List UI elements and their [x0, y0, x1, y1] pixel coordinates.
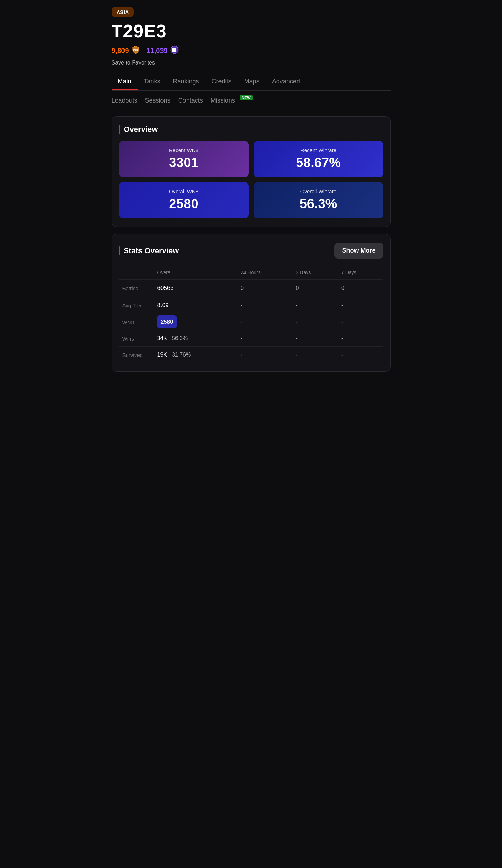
col-header-label: [119, 267, 154, 280]
row-h24-wn8: -: [237, 314, 292, 330]
shield-icon: WG: [131, 45, 140, 56]
row-d7-wins: -: [338, 330, 383, 347]
coin-icon: [170, 45, 179, 56]
tank-name: T29E3: [112, 21, 391, 41]
stat1-item: 9,809 WG: [112, 45, 140, 56]
row-d7-survived: -: [338, 347, 383, 363]
table-row: Survived 19K 31.76% - - -: [119, 347, 383, 363]
stat2-value: 11,039: [147, 47, 168, 55]
tab-missions[interactable]: Missions NEW: [211, 93, 251, 108]
recent-winrate-card: Recent Winrate 58.67%: [254, 141, 383, 177]
overall-wn8-value: 2580: [169, 196, 198, 211]
recent-winrate-label: Recent Winrate: [300, 147, 336, 153]
row-d7-battles: 0: [338, 280, 383, 297]
survived-value: 19K: [157, 352, 167, 358]
overall-winrate-card: Overall Winrate 56.3%: [254, 182, 383, 218]
wins-pct: 56.3%: [172, 335, 188, 342]
row-d3-wins: -: [292, 330, 338, 347]
row-d3-wn8: -: [292, 314, 338, 330]
stats-overview-title: Stats Overview: [119, 246, 179, 255]
overview-title-text: Overview: [124, 125, 158, 134]
show-more-button[interactable]: Show More: [334, 243, 383, 259]
red-bar-2-icon: [119, 246, 120, 255]
table-row: Battles 60563 0 0 0: [119, 280, 383, 297]
wins-value: 34K: [157, 335, 167, 342]
table-row: Avg Tier 8.09 - - -: [119, 297, 383, 314]
col-header-3d: 3 Days: [292, 267, 338, 280]
overall-winrate-value: 56.3%: [300, 196, 337, 211]
row-label-wn8: WN8: [119, 314, 154, 330]
tab-contacts[interactable]: Contacts: [178, 93, 211, 108]
row-d7-avgtier: -: [338, 297, 383, 314]
svg-text:WG: WG: [133, 48, 138, 52]
row-h24-battles: 0: [237, 280, 292, 297]
row-label-battles: Battles: [119, 280, 154, 297]
survived-pct: 31.76%: [172, 352, 191, 358]
overview-stats-grid: Recent WN8 3301 Recent Winrate 58.67% Ov…: [119, 141, 383, 218]
row-overall-wins: 34K 56.3%: [154, 330, 238, 347]
row-d3-avgtier: -: [292, 297, 338, 314]
row-overall-survived: 19K 31.76%: [154, 347, 238, 363]
row-h24-survived: -: [237, 347, 292, 363]
nav-tabs-secondary: Loadouts Sessions Contacts Missions NEW: [112, 93, 391, 108]
row-h24-wins: -: [237, 330, 292, 347]
overall-wn8-label: Overall WN8: [169, 188, 198, 194]
overview-card: Overview Recent WN8 3301 Recent Winrate …: [112, 116, 391, 227]
player-stats-row: 9,809 WG 11,039: [112, 45, 391, 56]
tab-loadouts[interactable]: Loadouts: [112, 93, 145, 108]
row-d3-survived: -: [292, 347, 338, 363]
stats-overview-header: Stats Overview Show More: [119, 243, 383, 259]
row-d7-wn8: -: [338, 314, 383, 330]
row-overall-avgtier: 8.09: [154, 297, 238, 314]
table-row: WN8 2580 - - -: [119, 314, 383, 330]
row-overall-wn8: 2580: [154, 314, 238, 330]
recent-wn8-card: Recent WN8 3301: [119, 141, 249, 177]
tab-rankings[interactable]: Rankings: [167, 74, 205, 90]
row-label-avgtier: Avg Tier: [119, 297, 154, 314]
tab-advanced[interactable]: Advanced: [266, 74, 306, 90]
tab-maps[interactable]: Maps: [238, 74, 266, 90]
stat2-item: 11,039: [147, 45, 179, 56]
recent-wn8-label: Recent WN8: [169, 147, 198, 153]
stats-overview-card: Stats Overview Show More Overall 24 Hour…: [112, 234, 391, 372]
region-label: ASIA: [112, 7, 134, 17]
red-bar-icon: [119, 125, 120, 134]
recent-wn8-value: 3301: [169, 155, 198, 170]
row-label-wins: Wins: [119, 330, 154, 347]
tab-credits[interactable]: Credits: [205, 74, 238, 90]
save-favorites[interactable]: Save to Favorites: [112, 60, 391, 66]
new-badge: NEW: [240, 95, 253, 100]
tab-main[interactable]: Main: [112, 74, 138, 90]
region-badge: ASIA: [112, 7, 391, 21]
stats-overview-title-text: Stats Overview: [124, 246, 179, 255]
tab-sessions[interactable]: Sessions: [145, 93, 178, 108]
overview-title: Overview: [119, 125, 383, 134]
row-overall-battles: 60563: [154, 280, 238, 297]
row-h24-avgtier: -: [237, 297, 292, 314]
table-row: Wins 34K 56.3% - - -: [119, 330, 383, 347]
row-d3-battles: 0: [292, 280, 338, 297]
nav-tabs-primary: Main Tanks Rankings Credits Maps Advance…: [112, 74, 391, 91]
col-header-24h: 24 Hours: [237, 267, 292, 280]
stat1-value: 9,809: [112, 47, 129, 55]
col-header-7d: 7 Days: [338, 267, 383, 280]
recent-winrate-value: 58.67%: [296, 155, 341, 170]
stats-table: Overall 24 Hours 3 Days 7 Days Battles 6…: [119, 267, 383, 363]
tab-tanks[interactable]: Tanks: [138, 74, 167, 90]
row-label-survived: Survived: [119, 347, 154, 363]
overall-winrate-label: Overall Winrate: [300, 188, 336, 194]
col-header-overall: Overall: [154, 267, 238, 280]
overall-wn8-card: Overall WN8 2580: [119, 182, 249, 218]
